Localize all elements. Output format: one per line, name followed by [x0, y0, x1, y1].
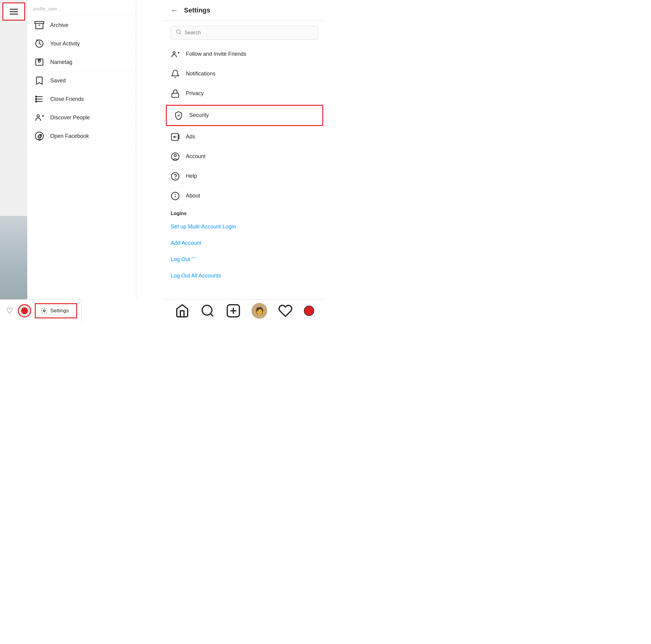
- settings-label-account: Account: [186, 153, 206, 159]
- back-button[interactable]: ←: [171, 6, 178, 14]
- settings-title: Settings: [184, 6, 210, 14]
- privacy-icon: [171, 89, 180, 98]
- follow-invite-icon: [171, 50, 180, 59]
- settings-item-follow[interactable]: Follow and Invite Friends: [163, 45, 326, 64]
- svg-point-28: [175, 194, 175, 195]
- profile-inner: [21, 308, 28, 314]
- settings-label-help: Help: [186, 173, 197, 179]
- hamburger-icon: [10, 9, 18, 14]
- menu-item-nametag[interactable]: Nametag: [27, 53, 136, 71]
- menu-item-discover[interactable]: Discover People: [27, 109, 136, 127]
- settings-item-help[interactable]: Help: [163, 167, 326, 186]
- archive-icon: [34, 20, 44, 30]
- svg-point-23: [172, 172, 179, 180]
- menu-item-activity[interactable]: Your Activity: [27, 34, 136, 53]
- ads-icon: [171, 133, 180, 142]
- svg-point-15: [177, 30, 180, 33]
- discover-people-icon: [34, 113, 44, 122]
- svg-rect-19: [172, 93, 179, 97]
- settings-label-about: About: [186, 193, 200, 199]
- settings-label-privacy: Privacy: [186, 90, 204, 97]
- svg-point-10: [35, 101, 37, 102]
- search-nav-button[interactable]: [200, 303, 215, 318]
- profile-name: profile_user...: [33, 6, 61, 11]
- help-icon: [171, 172, 180, 181]
- search-bar: [171, 26, 318, 40]
- about-icon: [171, 192, 180, 201]
- settings-label-notifications: Notifications: [186, 70, 216, 77]
- settings-item-privacy[interactable]: Privacy: [163, 84, 326, 104]
- heart-icon[interactable]: ♡: [4, 306, 14, 316]
- settings-label-ads: Ads: [186, 134, 195, 140]
- home-nav-button[interactable]: [175, 303, 189, 318]
- profile-header: profile_user...: [27, 3, 136, 16]
- svg-point-29: [202, 305, 212, 315]
- link-multi-account[interactable]: Set up Multi-Account Login: [163, 219, 326, 235]
- profile-nav-button[interactable]: [304, 305, 314, 316]
- security-icon: [174, 111, 183, 120]
- link-add-account[interactable]: Add Account: [163, 235, 326, 252]
- settings-item-ads[interactable]: Ads: [163, 127, 326, 147]
- menu-label-nametag: Nametag: [50, 59, 72, 65]
- svg-point-16: [173, 52, 176, 54]
- link-log-out-all[interactable]: Log Out All Accounts: [163, 268, 326, 284]
- hamburger-button[interactable]: [2, 2, 25, 21]
- settings-item-account[interactable]: Account: [163, 147, 326, 167]
- settings-label-follow: Follow and Invite Friends: [186, 51, 246, 57]
- menu-label-archive: Archive: [50, 22, 68, 28]
- settings-nav-label: Settings: [50, 308, 69, 314]
- settings-panel: ← Settings Follow and Invite Friends: [163, 0, 326, 322]
- close-friends-icon: [34, 94, 44, 104]
- settings-nav-button[interactable]: Settings: [35, 303, 77, 318]
- menu-label-saved: Saved: [50, 78, 66, 84]
- nametag-icon: [34, 57, 44, 67]
- menu-label-facebook: Open Facebook: [50, 133, 89, 139]
- settings-item-about[interactable]: About: [163, 186, 326, 206]
- svg-point-20: [174, 136, 175, 138]
- middle-menu-panel: profile_user... Archive Your Activity: [27, 0, 136, 299]
- search-icon: [176, 29, 182, 36]
- svg-point-11: [37, 115, 39, 117]
- settings-item-notifications[interactable]: Notifications: [163, 64, 326, 84]
- notifications-icon: [171, 69, 180, 79]
- menu-label-activity: Your Activity: [50, 40, 80, 47]
- svg-point-9: [35, 98, 37, 100]
- saved-icon: [34, 76, 44, 85]
- logins-heading: Logins: [163, 206, 326, 219]
- activity-nav-button[interactable]: [278, 303, 293, 318]
- svg-point-14: [35, 132, 43, 140]
- menu-item-archive[interactable]: Archive: [27, 16, 136, 34]
- right-bottom-nav: 🧑: [163, 299, 326, 322]
- activity-icon: [34, 39, 44, 49]
- add-nav-button[interactable]: [226, 303, 241, 318]
- bottom-nav-left: ♡ Settings: [0, 299, 82, 322]
- menu-item-close-friends[interactable]: Close Friends: [27, 90, 136, 109]
- settings-gear-icon: [40, 307, 48, 315]
- facebook-icon: [34, 131, 44, 141]
- character-avatar: 🧑: [251, 303, 267, 319]
- menu-label-close-friends: Close Friends: [50, 96, 84, 103]
- settings-header: ← Settings: [163, 0, 326, 21]
- search-input[interactable]: [185, 30, 313, 36]
- menu-label-discover: Discover People: [50, 115, 90, 121]
- menu-item-saved[interactable]: Saved: [27, 71, 136, 90]
- profile-circle-nav[interactable]: [18, 304, 31, 318]
- svg-point-22: [174, 154, 177, 156]
- svg-point-8: [35, 96, 37, 97]
- settings-item-security[interactable]: Security: [166, 105, 323, 126]
- svg-point-24: [175, 178, 175, 178]
- svg-rect-4: [38, 60, 40, 60]
- settings-label-security: Security: [189, 112, 209, 118]
- svg-point-0: [43, 310, 45, 312]
- menu-item-facebook[interactable]: Open Facebook: [27, 127, 136, 145]
- link-log-out[interactable]: Log Out " ': [163, 252, 326, 268]
- account-icon: [171, 152, 180, 161]
